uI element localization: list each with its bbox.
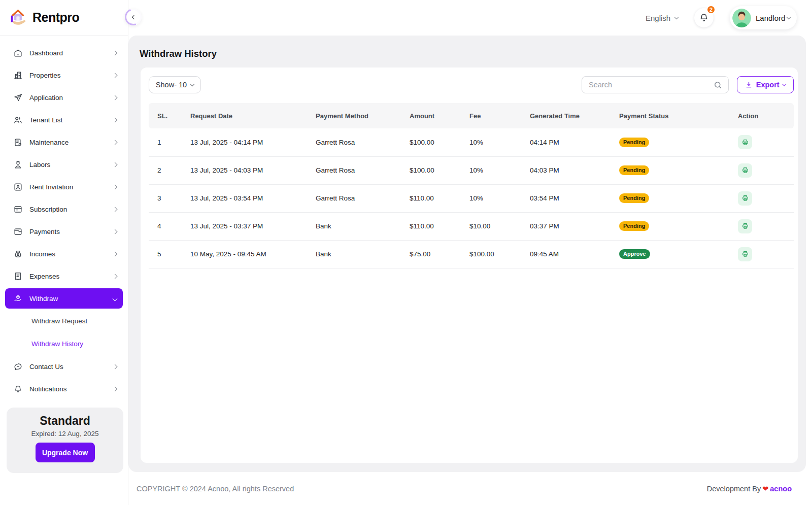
cell-request-date: 13 Jul, 2025 - 03:54 PM	[182, 184, 308, 212]
money-bag-icon	[13, 249, 23, 259]
users-icon	[13, 115, 23, 125]
cell-fee: $10.00	[461, 212, 522, 240]
bell-icon	[13, 384, 23, 394]
print-button[interactable]	[738, 219, 752, 233]
sidebar-subitem-withdraw-history[interactable]: Withdraw History	[5, 333, 123, 354]
brand-name: Rentpro	[32, 10, 79, 25]
cell-fee: $100.00	[461, 240, 522, 268]
chevron-down-icon	[113, 296, 118, 301]
chevron-right-icon	[113, 274, 118, 279]
notifications-button[interactable]: 2	[694, 8, 714, 27]
cell-sl: 2	[149, 156, 182, 184]
cell-payment-status: Pending	[611, 156, 730, 184]
receipt-icon	[13, 272, 23, 281]
clipboard-gear-icon	[13, 138, 23, 147]
cell-sl: 5	[149, 240, 182, 268]
cell-payment-method: Garrett Rosa	[308, 184, 401, 212]
print-button[interactable]	[738, 163, 752, 178]
cell-action	[730, 212, 794, 240]
search-input[interactable]	[582, 81, 714, 89]
printer-icon	[741, 139, 749, 146]
cell-fee: 10%	[461, 128, 522, 156]
bell-icon	[699, 13, 709, 23]
chevron-right-icon	[113, 95, 118, 100]
export-button[interactable]: Export	[737, 76, 794, 93]
chevron-down-icon	[674, 15, 679, 19]
cell-amount: $75.00	[401, 240, 461, 268]
cell-payment-method: Garrett Rosa	[308, 156, 401, 184]
sidebar-item-rent-invitation[interactable]: Rent Invitation	[5, 177, 123, 197]
cell-request-date: 13 Jul, 2025 - 04:03 PM	[182, 156, 308, 184]
withdraw-history-table: SL. Request Date Payment Method Amount F…	[149, 103, 794, 268]
sidebar-item-notifications[interactable]: Notifications	[5, 379, 123, 399]
table-card: Show- 10 Export SL. Request Date Payment…	[141, 68, 798, 463]
cell-generated-time: 09:45 AM	[522, 240, 611, 268]
sidebar-item-dashboard[interactable]: Dashboard	[5, 43, 123, 63]
printer-icon	[741, 166, 749, 174]
sidebar-item-incomes[interactable]: Incomes	[5, 244, 123, 264]
cell-payment-status: Pending	[611, 184, 730, 212]
payment-status-badge: Approve	[619, 249, 650, 259]
footer: COPYRIGHT © 2024 Acnoo, All rights Reser…	[128, 472, 812, 505]
table-body: 113 Jul, 2025 - 04:14 PMGarrett Rosa$100…	[149, 128, 794, 268]
cell-action	[730, 240, 794, 268]
sidebar-item-withdraw[interactable]: Withdraw	[5, 288, 123, 309]
sidebar-item-contact-us[interactable]: Contact Us	[5, 356, 123, 377]
show-entries-select[interactable]: Show- 10	[149, 76, 201, 93]
cell-payment-method: Bank	[308, 212, 401, 240]
acnoo-link[interactable]: acnoo	[770, 485, 792, 493]
chevron-right-icon	[113, 364, 118, 369]
upgrade-now-button[interactable]: Upgrade Now	[36, 443, 95, 462]
sidebar-item-payments[interactable]: Payments	[5, 221, 123, 242]
table-header-row: SL. Request Date Payment Method Amount F…	[149, 103, 794, 128]
language-selector[interactable]: English	[646, 0, 678, 36]
sidebar-collapse-button[interactable]	[125, 9, 142, 25]
plan-name: Standard	[7, 414, 123, 428]
cell-action	[730, 128, 794, 156]
sidebar-item-properties[interactable]: Properties	[5, 65, 123, 85]
cell-generated-time: 04:14 PM	[522, 128, 611, 156]
rentpro-logo-icon	[9, 9, 27, 27]
cell-request-date: 10 May, 2025 - 09:45 AM	[182, 240, 308, 268]
sidebar-item-maintenance[interactable]: Maintenance	[5, 132, 123, 152]
sidebar-item-subscription[interactable]: Subscription	[5, 199, 123, 219]
cell-generated-time: 03:54 PM	[522, 184, 611, 212]
sidebar-item-application[interactable]: Application	[5, 87, 123, 108]
column-header-generated-time: Generated Time	[522, 103, 611, 128]
chevron-right-icon	[113, 73, 118, 78]
cell-fee: 10%	[461, 156, 522, 184]
copyright-text: COPYRIGHT © 2024 Acnoo, All rights Reser…	[137, 485, 294, 493]
search-box	[582, 76, 729, 93]
notification-count-badge: 2	[706, 5, 716, 14]
chevron-down-icon	[783, 82, 787, 86]
user-menu[interactable]: Landlord	[730, 6, 797, 29]
cell-fee: 10%	[461, 184, 522, 212]
chevron-right-icon	[113, 184, 118, 189]
printer-icon	[741, 250, 749, 258]
column-header-action: Action	[730, 103, 794, 128]
sidebar-item-expenses[interactable]: Expenses	[5, 266, 123, 286]
hand-coin-icon	[13, 294, 23, 304]
print-button[interactable]	[738, 191, 752, 206]
print-button[interactable]	[738, 135, 752, 149]
cell-action	[730, 184, 794, 212]
print-button[interactable]	[738, 247, 752, 261]
chevron-down-icon	[190, 82, 194, 86]
sidebar-item-labors[interactable]: Labors	[5, 154, 123, 175]
table-row: 510 May, 2025 - 09:45 AMBank$75.00$100.0…	[149, 240, 794, 268]
chevron-right-icon	[113, 207, 118, 212]
download-icon	[745, 81, 753, 89]
plan-expiry: Expired: 12 Aug, 2025	[7, 430, 123, 437]
heart-icon: ❤	[762, 485, 768, 493]
avatar	[732, 9, 751, 27]
column-header-payment-method: Payment Method	[308, 103, 401, 128]
chevron-right-icon	[113, 251, 118, 256]
sidebar-subitem-withdraw-request[interactable]: Withdraw Request	[5, 311, 123, 331]
sidebar-nav: Dashboard Properties Application Tenant …	[0, 36, 128, 399]
top-header: English 2 Landlord	[128, 0, 812, 36]
sidebar-item-tenant-list[interactable]: Tenant List	[5, 110, 123, 130]
cell-sl: 4	[149, 212, 182, 240]
table-row: 313 Jul, 2025 - 03:54 PMGarrett Rosa$110…	[149, 184, 794, 212]
chat-icon	[13, 362, 23, 372]
column-header-fee: Fee	[461, 103, 522, 128]
